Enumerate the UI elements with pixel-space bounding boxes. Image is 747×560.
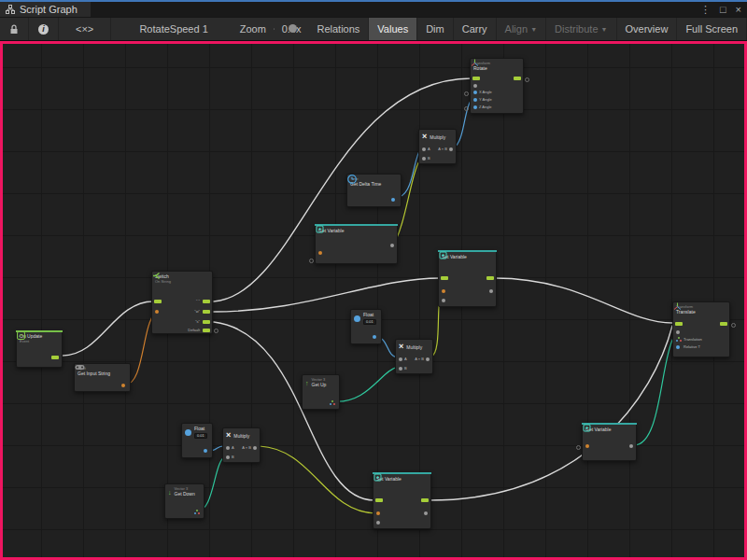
case-label: "s" — [195, 319, 200, 324]
y-angle-label: Y Angle — [479, 97, 492, 102]
zoom-slider[interactable] — [274, 28, 275, 30]
flow-out-port[interactable] — [51, 356, 59, 359]
node-get-variable-mid[interactable]: Get Variable — [315, 224, 398, 264]
relations-button[interactable]: Relations — [308, 18, 369, 40]
default-out-port[interactable] — [203, 329, 210, 332]
flow-out-port[interactable] — [514, 77, 521, 80]
distribute-label: Distribute — [555, 23, 598, 35]
align-dropdown[interactable]: Align ▼ — [497, 18, 546, 40]
value-out-port[interactable] — [489, 289, 493, 293]
node-get-delta-time[interactable]: Time Get Delta Time — [346, 174, 402, 207]
flow-out-port[interactable] — [486, 276, 494, 280]
node-set-variable-mid[interactable]: Set Variable — [438, 250, 497, 307]
flow-in-port[interactable] — [675, 322, 683, 326]
float-out-port[interactable] — [391, 198, 395, 202]
relative-to-port[interactable] — [676, 345, 680, 349]
name-port[interactable] — [318, 251, 322, 255]
values-button[interactable]: Values — [369, 18, 417, 40]
maximize-icon[interactable]: □ — [720, 5, 726, 15]
z-angle-label: Z Angle — [479, 105, 492, 109]
input-a-label: A — [404, 357, 407, 361]
tab-script-graph[interactable]: Script Graph — [0, 2, 91, 17]
input-b-label: B — [232, 455, 234, 459]
x-angle-port[interactable] — [473, 91, 477, 94]
inspect-button[interactable]: i — [29, 18, 59, 40]
input-b-port[interactable] — [226, 455, 230, 459]
x-angle-label: X Angle — [479, 90, 492, 94]
node-vector3-get-up[interactable]: ↑ Vector 3 Get Up — [302, 374, 340, 410]
value-out-port[interactable] — [390, 244, 394, 247]
target-port[interactable] — [676, 330, 680, 334]
input-b-port[interactable] — [399, 367, 402, 371]
node-set-variable-bottom[interactable]: Set Variable — [373, 472, 431, 529]
string-out-port[interactable] — [121, 384, 125, 387]
node-on-update[interactable]: On Update Event — [16, 330, 63, 368]
case-out-port[interactable] — [203, 320, 210, 324]
breadcrumb[interactable]: RotateSpeed 1 — [139, 23, 207, 35]
float-value-field[interactable]: 0.01 — [363, 319, 376, 326]
insert-unit-button[interactable]: <×> — [59, 18, 111, 40]
output-port[interactable] — [253, 446, 257, 450]
zoom-label: Zoom — [240, 23, 266, 35]
node-switch-on-string[interactable]: Switch On String " " "w" "s" Default — [151, 271, 213, 334]
target-port[interactable] — [473, 84, 477, 88]
output-port[interactable] — [426, 357, 430, 361]
flow-in-port[interactable] — [472, 77, 480, 80]
float-value-field[interactable]: 0.01 — [194, 433, 207, 440]
value-in-port[interactable] — [442, 299, 445, 302]
node-multiply-top[interactable]: × Multiply A A × B B — [418, 129, 457, 164]
flow-out-port[interactable] — [421, 498, 429, 502]
float-out-port[interactable] — [204, 449, 207, 453]
node-get-input-string[interactable]: Input Get Input String — [74, 363, 131, 392]
vector3-out-port[interactable] — [330, 400, 335, 406]
zoom-slider-handle[interactable] — [289, 24, 297, 33]
output-port[interactable] — [449, 147, 453, 151]
case-out-port[interactable] — [203, 310, 210, 314]
node-translate[interactable]: Transform Translate Translation Relative… — [672, 301, 730, 357]
input-a-port[interactable] — [422, 147, 426, 151]
info-icon: i — [38, 24, 49, 35]
name-port[interactable] — [376, 511, 380, 515]
close-icon[interactable]: × — [736, 5, 741, 15]
node-float-bottom[interactable]: Float 0.01 — [181, 423, 213, 458]
name-port[interactable] — [442, 289, 445, 293]
fullscreen-button[interactable]: Full Screen — [677, 18, 747, 40]
value-in-port[interactable] — [376, 521, 380, 525]
overview-button[interactable]: Overview — [617, 18, 678, 40]
flow-in-port[interactable] — [154, 300, 162, 303]
input-a-port[interactable] — [226, 446, 230, 450]
node-vector3-get-down[interactable]: ↓ Vector 3 Get Down — [164, 483, 204, 519]
node-multiply-mid[interactable]: × Multiply A A × B B — [395, 339, 433, 374]
carry-button[interactable]: Carry — [454, 18, 497, 40]
unconnected-port-dot — [464, 91, 469, 96]
window-controls: ⋮ □ × — [700, 2, 747, 17]
node-get-variable-right[interactable]: Get Variable — [582, 423, 637, 461]
flow-in-port[interactable] — [441, 276, 448, 280]
value-out-port[interactable] — [424, 511, 428, 515]
flow-in-port[interactable] — [375, 498, 383, 502]
clock-icon — [347, 175, 357, 184]
unconnected-port-dot — [214, 329, 218, 333]
node-float-mid[interactable]: Float 0.01 — [350, 309, 382, 344]
selector-port[interactable] — [155, 310, 159, 314]
node-rotate[interactable]: Transform Rotate X Angle Y Angle Z Angle — [470, 58, 524, 114]
vector3-out-port[interactable] — [194, 510, 200, 515]
input-b-port[interactable] — [422, 157, 426, 161]
window-menu-icon[interactable]: ⋮ — [700, 5, 711, 15]
input-a-label: A — [428, 147, 430, 151]
node-title: Float — [194, 427, 207, 432]
y-angle-port[interactable] — [473, 98, 477, 102]
case-out-port[interactable] — [203, 300, 210, 303]
input-a-port[interactable] — [399, 357, 402, 361]
flow-out-port[interactable] — [720, 322, 727, 326]
z-angle-port[interactable] — [473, 105, 477, 109]
lock-button[interactable] — [0, 18, 29, 40]
float-out-port[interactable] — [373, 335, 376, 339]
value-out-port[interactable] — [629, 444, 633, 448]
dim-button[interactable]: Dim — [417, 18, 454, 40]
unconnected-port-dot — [576, 445, 581, 450]
translation-port[interactable] — [676, 337, 682, 343]
node-multiply-bottom[interactable]: × Multiply A A × B B — [222, 427, 261, 463]
distribute-dropdown[interactable]: Distribute ▼ — [546, 18, 616, 40]
name-port[interactable] — [585, 444, 589, 448]
